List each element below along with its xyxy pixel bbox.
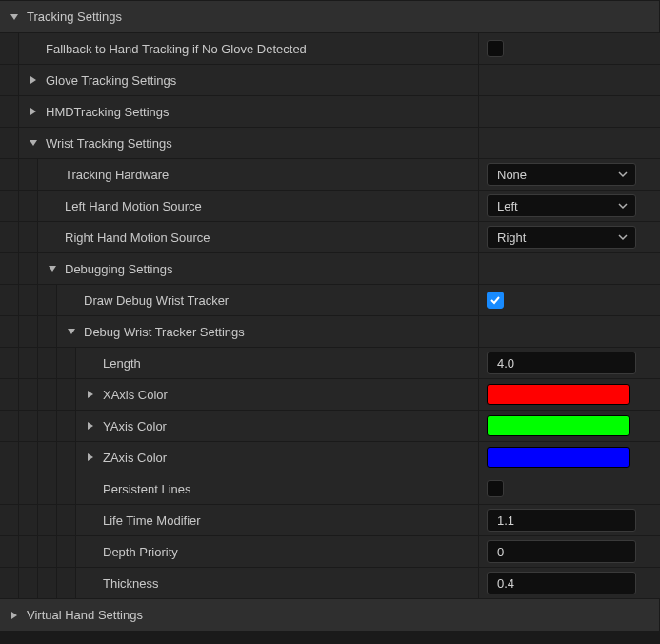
- expand-icon[interactable]: [46, 262, 59, 275]
- label-length: Length: [103, 356, 141, 371]
- color-zaxis[interactable]: [487, 447, 630, 468]
- checkbox-fallback[interactable]: [487, 40, 504, 57]
- row-fallback: Fallback to Hand Tracking if No Glove De…: [0, 32, 660, 64]
- expand-icon[interactable]: [65, 325, 78, 338]
- row-thickness: Thickness 0.4: [0, 567, 660, 598]
- label-tracking-hardware: Tracking Hardware: [65, 168, 169, 182]
- checkbox-draw-debug[interactable]: [487, 292, 504, 309]
- label-fallback: Fallback to Hand Tracking if No Glove De…: [46, 42, 307, 56]
- label-hmd-tracking: HMDTracking Settings: [46, 105, 170, 119]
- select-value: Right: [497, 231, 526, 245]
- row-lifetime-modifier: Life Time Modifier 1.1: [0, 504, 660, 535]
- settings-panel: Tracking Settings Fallback to Hand Track…: [0, 0, 660, 631]
- expand-icon[interactable]: [27, 136, 40, 150]
- collapse-icon[interactable]: [84, 388, 97, 401]
- row-draw-debug: Draw Debug Wrist Tracker: [0, 284, 660, 315]
- select-right-hand-source[interactable]: Right: [487, 226, 636, 249]
- chevron-down-icon: [618, 170, 628, 179]
- label-thickness: Thickness: [103, 576, 159, 591]
- select-tracking-hardware[interactable]: None: [487, 163, 636, 186]
- label-persistent-lines: Persistent Lines: [103, 482, 191, 496]
- input-lifetime-modifier[interactable]: 1.1: [487, 509, 636, 532]
- section-title: Virtual Hand Settings: [27, 608, 143, 622]
- row-debugging-settings[interactable]: Debugging Settings: [0, 252, 660, 284]
- label-lifetime-modifier: Life Time Modifier: [103, 513, 201, 528]
- input-value: 0.4: [497, 576, 514, 591]
- section-title: Tracking Settings: [27, 10, 122, 24]
- label-glove-tracking: Glove Tracking Settings: [46, 73, 176, 88]
- select-value: Left: [497, 199, 518, 213]
- label-debug-wrist-settings: Debug Wrist Tracker Settings: [84, 325, 245, 339]
- chevron-down-icon: [618, 232, 628, 242]
- collapse-icon[interactable]: [84, 419, 97, 433]
- label-draw-debug: Draw Debug Wrist Tracker: [84, 293, 229, 308]
- section-tracking-settings[interactable]: Tracking Settings: [0, 0, 660, 32]
- input-thickness[interactable]: 0.4: [487, 572, 636, 594]
- collapse-icon[interactable]: [27, 105, 40, 118]
- label-depth-priority: Depth Priority: [103, 545, 178, 559]
- row-tracking-hardware: Tracking Hardware None: [0, 158, 660, 190]
- row-wrist-tracking[interactable]: Wrist Tracking Settings: [0, 127, 660, 158]
- row-persistent-lines: Persistent Lines: [0, 473, 660, 504]
- label-wrist-tracking: Wrist Tracking Settings: [46, 136, 172, 151]
- select-left-hand-source[interactable]: Left: [487, 194, 636, 217]
- checkbox-persistent-lines[interactable]: [487, 480, 504, 497]
- row-right-hand-source: Right Hand Motion Source Right: [0, 221, 660, 252]
- row-debug-wrist-settings[interactable]: Debug Wrist Tracker Settings: [0, 315, 660, 347]
- label-zaxis-color: ZAxis Color: [103, 451, 167, 465]
- row-xaxis-color: XAxis Color: [0, 378, 660, 410]
- label-xaxis-color: XAxis Color: [103, 388, 168, 402]
- row-length: Length 4.0: [0, 347, 660, 378]
- row-left-hand-source: Left Hand Motion Source Left: [0, 190, 660, 221]
- color-yaxis[interactable]: [487, 415, 630, 436]
- row-glove-tracking[interactable]: Glove Tracking Settings: [0, 64, 660, 95]
- input-value: 0: [497, 545, 504, 559]
- collapse-icon[interactable]: [27, 73, 40, 87]
- row-zaxis-color: ZAxis Color: [0, 441, 660, 473]
- select-value: None: [497, 168, 527, 182]
- row-yaxis-color: YAxis Color: [0, 410, 660, 441]
- input-value: 4.0: [497, 356, 514, 371]
- input-depth-priority[interactable]: 0: [487, 540, 636, 563]
- collapse-icon[interactable]: [8, 609, 21, 622]
- row-depth-priority: Depth Priority 0: [0, 535, 660, 567]
- section-virtual-hand[interactable]: Virtual Hand Settings: [0, 598, 660, 631]
- label-debugging-settings: Debugging Settings: [65, 262, 172, 276]
- row-hmd-tracking[interactable]: HMDTracking Settings: [0, 95, 660, 127]
- input-value: 1.1: [497, 513, 514, 528]
- label-yaxis-color: YAxis Color: [103, 419, 167, 433]
- expand-icon[interactable]: [8, 10, 21, 24]
- color-xaxis[interactable]: [487, 384, 630, 405]
- label-right-hand-source: Right Hand Motion Source: [65, 231, 210, 245]
- chevron-down-icon: [618, 201, 628, 211]
- input-length[interactable]: 4.0: [487, 352, 636, 374]
- collapse-icon[interactable]: [84, 451, 97, 464]
- label-left-hand-source: Left Hand Motion Source: [65, 199, 202, 213]
